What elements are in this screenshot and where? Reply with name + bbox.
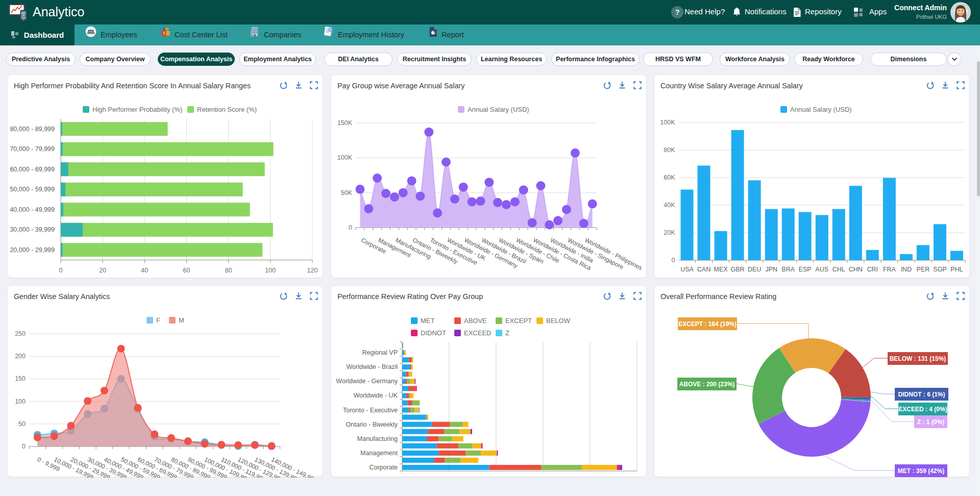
svg-text:MET: MET: [421, 317, 435, 325]
svg-text:Z : 1 (0%): Z : 1 (0%): [917, 418, 944, 426]
svg-text:60K: 60K: [664, 174, 675, 181]
svg-text:70,000 - 79,999: 70,000 - 79,999: [10, 145, 55, 153]
svg-text:CHN: CHN: [849, 266, 863, 273]
svg-text:0: 0: [672, 257, 675, 264]
svg-text:Toronto - Executive: Toronto - Executive: [343, 407, 398, 414]
svg-text:CHL: CHL: [832, 266, 845, 273]
svg-text:50K: 50K: [341, 189, 353, 196]
svg-text:Retention Score (%): Retention Score (%): [197, 106, 257, 113]
svg-text:BELOW : 131 (15%): BELOW : 131 (15%): [890, 355, 946, 362]
svg-text:JPN: JPN: [765, 266, 777, 273]
svg-text:IND: IND: [901, 266, 912, 273]
svg-text:250: 250: [15, 330, 26, 337]
svg-text:BRA: BRA: [781, 266, 795, 273]
svg-text:Performance Review Rating Over: Performance Review Rating Over Pay Group: [337, 292, 483, 301]
svg-text:0: 0: [59, 267, 63, 274]
svg-text:EXCEED : 4 (0%): EXCEED : 4 (0%): [898, 406, 947, 413]
svg-text:DEU: DEU: [748, 266, 761, 273]
svg-text:150: 150: [15, 375, 26, 382]
svg-text:F: F: [156, 316, 160, 324]
svg-text:20,000 - 29,999: 20,000 - 29,999: [10, 246, 55, 254]
svg-text:FRA: FRA: [883, 266, 896, 273]
svg-text:120: 120: [307, 267, 318, 274]
svg-text:Pay Group wise Average Annual: Pay Group wise Average Annual Salary: [337, 82, 465, 90]
svg-text:AUS: AUS: [815, 266, 828, 273]
svg-text:100K: 100K: [660, 119, 675, 126]
svg-text:M: M: [179, 316, 184, 324]
svg-text:40: 40: [141, 267, 148, 274]
svg-text:ESP: ESP: [799, 266, 812, 273]
svg-text:DIDNOT : 6 (1%): DIDNOT : 6 (1%): [898, 391, 945, 398]
svg-text:ABOVE: ABOVE: [464, 317, 487, 325]
svg-text:Ontario - Biweekly: Ontario - Biweekly: [346, 421, 398, 428]
svg-text:200: 200: [15, 353, 26, 360]
svg-text:BELOW: BELOW: [546, 317, 571, 325]
svg-text:CAN: CAN: [697, 266, 710, 273]
svg-text:EXCEED: EXCEED: [464, 329, 491, 337]
svg-text:150K: 150K: [337, 119, 353, 127]
svg-text:EXCEPT : 164 (19%): EXCEPT : 164 (19%): [678, 320, 737, 328]
svg-text:50: 50: [18, 420, 26, 428]
svg-text:$: $: [163, 31, 165, 35]
svg-text:Worldwide - Germany: Worldwide - Germany: [336, 378, 398, 385]
svg-text:40,000 - 49,999: 40,000 - 49,999: [10, 206, 55, 213]
svg-text:PHL: PHL: [950, 266, 963, 273]
svg-text:Z: Z: [505, 329, 509, 337]
svg-text:80K: 80K: [664, 146, 675, 154]
svg-text:80: 80: [225, 267, 232, 274]
svg-text:50,000 - 59,999: 50,000 - 59,999: [10, 186, 55, 193]
svg-text:Worldwide - Brazil: Worldwide - Brazil: [347, 363, 398, 370]
svg-text:100: 100: [265, 267, 276, 274]
svg-text:GBR: GBR: [731, 266, 745, 273]
svg-text:USA: USA: [680, 266, 694, 273]
svg-text:Regional VP: Regional VP: [362, 349, 398, 356]
svg-text:High Performer Probability (%): High Performer Probability (%): [92, 106, 182, 113]
svg-text:Country Wise Salary Average An: Country Wise Salary Average Annual Salar…: [660, 82, 803, 90]
svg-text:CRI: CRI: [867, 266, 878, 273]
svg-text:30,000 - 39,999: 30,000 - 39,999: [10, 226, 55, 233]
svg-text:Manufacturing: Manufacturing: [357, 435, 398, 442]
svg-text:Annual Salary (USD): Annual Salary (USD): [790, 106, 852, 113]
svg-text:40K: 40K: [664, 202, 675, 209]
svg-text:100: 100: [15, 398, 26, 405]
svg-text:ABOVE : 200 (23%): ABOVE : 200 (23%): [679, 381, 735, 388]
svg-text:Corporate: Corporate: [369, 464, 398, 471]
svg-text:Management: Management: [360, 450, 398, 457]
svg-text:SGP: SGP: [933, 266, 946, 273]
svg-text:0: 0: [22, 443, 26, 450]
svg-text:60: 60: [183, 267, 190, 274]
svg-text:MEX: MEX: [714, 266, 728, 273]
svg-text:MET : 359 (42%): MET : 359 (42%): [898, 467, 944, 475]
svg-text:60,000 - 69,999: 60,000 - 69,999: [10, 166, 55, 173]
svg-text:Overall Performance Review Rat: Overall Performance Review Rating: [660, 292, 776, 301]
svg-text:EXCEPT: EXCEPT: [505, 317, 532, 325]
svg-text:PER: PER: [917, 266, 930, 273]
svg-text:0: 0: [349, 224, 352, 231]
svg-text:20: 20: [99, 267, 106, 274]
svg-text:Gender Wise Salary Analytics: Gender Wise Salary Analytics: [14, 292, 110, 301]
svg-text:80,000 - 89,999: 80,000 - 89,999: [10, 126, 55, 133]
svg-text:High Performer Probability And: High Performer Probability And Retention…: [14, 82, 251, 90]
svg-text:20K: 20K: [664, 229, 675, 236]
svg-text:DIDNOT: DIDNOT: [421, 329, 446, 337]
svg-text:Worldwide - UK: Worldwide - UK: [353, 392, 398, 399]
svg-text:100K: 100K: [337, 154, 353, 161]
svg-text:Annual Salary (USD): Annual Salary (USD): [468, 106, 529, 113]
